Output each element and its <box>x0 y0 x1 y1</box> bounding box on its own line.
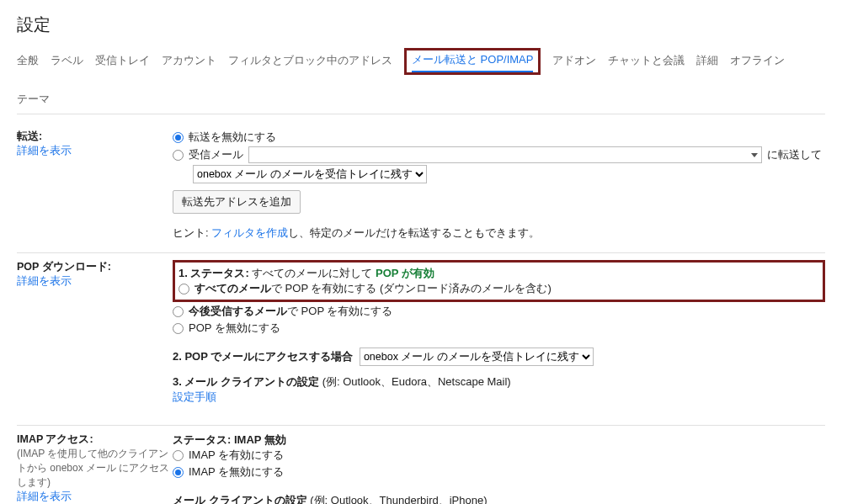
forwarding-enable-radio[interactable] <box>173 150 184 161</box>
pop-title: POP ダウンロード: <box>17 261 111 273</box>
imap-status-label: ステータス: <box>173 433 234 446</box>
imap-learn-more-link[interactable]: 詳細を表示 <box>17 491 72 502</box>
highlight-forwarding-tab: メール転送と POP/IMAP <box>404 48 541 75</box>
pop-enable-future-radio[interactable] <box>173 306 184 317</box>
pop-enable-all-radio[interactable] <box>179 284 189 294</box>
tab-chat[interactable]: チャットと会議 <box>608 48 685 75</box>
forwarding-hint: ヒント: フィルタを作成し、特定のメールだけを転送することもできます。 <box>173 225 825 241</box>
pop-enable-all-label: すべてのメールで POP を有効にする (ダウンロード済みのメールを含む) <box>195 281 552 296</box>
tab-advanced[interactable]: 詳細 <box>696 48 718 75</box>
tab-forwarding[interactable]: メール転送と POP/IMAP <box>412 48 533 72</box>
tab-general[interactable]: 全般 <box>17 48 39 75</box>
forwarding-keepcopy-select[interactable]: onebox メール のメールを受信トレイに残す <box>193 165 427 183</box>
pop-status-label: 1. ステータス: <box>179 267 249 279</box>
forwarding-disable-radio[interactable] <box>173 132 184 143</box>
tab-addons[interactable]: アドオン <box>552 48 596 75</box>
imap-enable-radio[interactable] <box>173 450 184 461</box>
tab-filters[interactable]: フィルタとブロック中のアドレス <box>228 48 392 75</box>
settings-tabs: 全般 ラベル 受信トレイ アカウント フィルタとブロック中のアドレス メール転送… <box>17 48 825 114</box>
forwarding-learn-more-link[interactable]: 詳細を表示 <box>17 145 72 157</box>
imap-disable-label: IMAP を無効にする <box>189 464 284 480</box>
pop-status-enabled: POP が有効 <box>376 267 434 279</box>
pop-learn-more-link[interactable]: 詳細を表示 <box>17 275 72 287</box>
imap-subtitle: (IMAP を使用して他のクライアントから onebox メール にアクセスしま… <box>17 448 169 488</box>
tab-offline[interactable]: オフライン <box>730 48 785 75</box>
imap-client-example: (例: Outlook、Thunderbird、iPhone) <box>307 494 488 504</box>
imap-section: IMAP アクセス: (IMAP を使用して他のクライアントから onebox … <box>17 426 825 504</box>
imap-enable-label: IMAP を有効にする <box>189 448 284 463</box>
pop-disable-radio[interactable] <box>173 323 184 334</box>
forwarding-incoming-prefix: 受信メール <box>189 147 243 162</box>
page-title: 設定 <box>17 13 825 36</box>
create-filter-link[interactable]: フィルタを作成 <box>211 226 288 239</box>
imap-disable-radio[interactable] <box>173 467 184 478</box>
tab-themes[interactable]: テーマ <box>17 87 50 114</box>
forwarding-disable-label: 転送を無効にする <box>189 130 276 145</box>
imap-status-value: IMAP 無効 <box>234 433 286 446</box>
pop-status-text: すべてのメールに対して <box>249 267 376 279</box>
pop-client-example: (例: Outlook、Eudora、Netscape Mail) <box>319 375 511 388</box>
forwarding-section: 転送: 詳細を表示 転送を無効にする 受信メール に転送して onebox メー… <box>17 123 825 253</box>
tab-accounts[interactable]: アカウント <box>162 48 216 75</box>
add-forwarding-address-button[interactable]: 転送先アドレスを追加 <box>173 190 301 214</box>
imap-title: IMAP アクセス: <box>17 433 93 445</box>
pop-access-select[interactable]: onebox メール のメールを受信トレイに残す <box>360 347 594 366</box>
forwarding-title: 転送: <box>17 130 42 142</box>
forwarding-address-select[interactable] <box>248 146 762 163</box>
forwarding-incoming-suffix: に転送して <box>767 147 822 162</box>
highlight-pop-status: 1. ステータス: すべてのメールに対して POP が有効 すべてのメールで P… <box>173 260 825 302</box>
pop-client-link[interactable]: 設定手順 <box>173 390 216 403</box>
imap-client-label: メール クライアントの設定 <box>173 494 307 504</box>
pop-client-label: 3. メール クライアントの設定 <box>173 375 319 388</box>
tab-labels[interactable]: ラベル <box>51 48 83 75</box>
pop-disable-label: POP を無効にする <box>189 321 280 336</box>
pop-access-label: 2. POP でメールにアクセスする場合 <box>173 350 353 363</box>
tab-inbox[interactable]: 受信トレイ <box>95 48 150 75</box>
pop-section: POP ダウンロード: 詳細を表示 1. ステータス: すべてのメールに対して … <box>17 253 825 426</box>
pop-enable-future-label: 今後受信するメールで POP を有効にする <box>189 304 392 319</box>
